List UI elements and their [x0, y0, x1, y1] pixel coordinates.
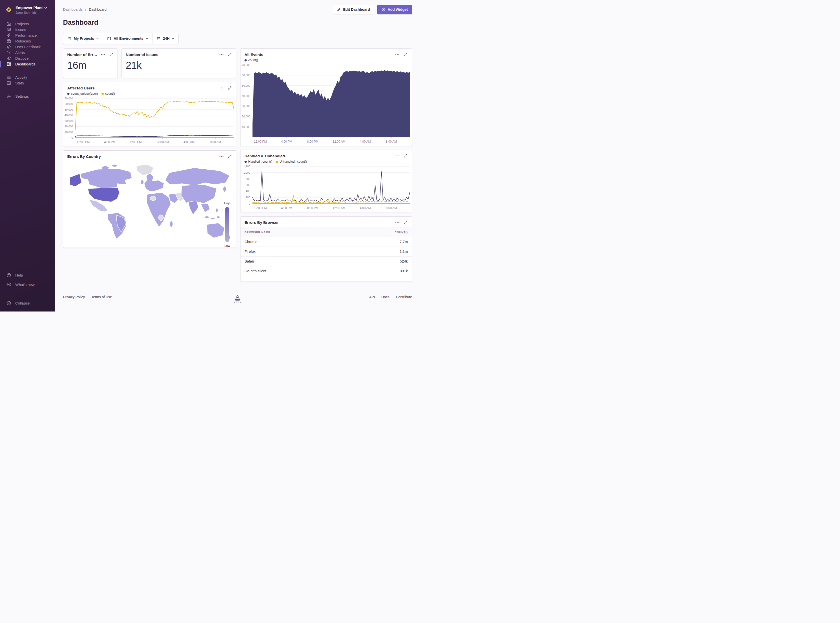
sidebar-item-label: Collapse [15, 301, 30, 305]
map-legend-low-label: Low [225, 244, 230, 247]
chevron-down-icon [44, 7, 47, 9]
svg-text:20,000: 20,000 [65, 125, 73, 128]
sidebar-item-label: Projects [15, 22, 29, 26]
sidebar-item-releases[interactable]: Releases [0, 38, 55, 44]
terms-of-use-link[interactable]: Terms of Use [91, 295, 112, 299]
edit-dashboard-button[interactable]: Edit Dashboard [333, 5, 374, 14]
svg-text:8:00 AM: 8:00 AM [386, 140, 397, 143]
legend-dot [245, 59, 247, 61]
widget-menu-button[interactable] [395, 54, 400, 55]
sidebar-collapse-button[interactable]: Collapse [0, 300, 55, 306]
chart-legend: count() [240, 57, 412, 62]
expand-widget-button[interactable] [403, 52, 408, 57]
svg-text:4:00 AM: 4:00 AM [360, 206, 371, 210]
all-events-chart: 010,00020,00030,00040,00050,00060,00070,… [240, 63, 412, 144]
expand-widget-button[interactable] [228, 154, 232, 159]
sidebar-item-alerts[interactable]: Alerts [0, 50, 55, 55]
widget-big-number: 16m [63, 57, 117, 71]
sidebar-item-performance[interactable]: Performance [0, 32, 55, 38]
ellipsis-icon [101, 54, 105, 55]
map-region-arctic-islands [112, 164, 117, 167]
widget-menu-button[interactable] [219, 155, 224, 157]
footer-links-right: API Docs Contribute [369, 295, 412, 299]
table-row[interactable]: Chrome7.7m [240, 237, 412, 247]
widget-menu-button[interactable] [100, 54, 106, 55]
expand-icon [228, 86, 231, 90]
sidebar-item-dashboards[interactable]: Dashboards [0, 61, 55, 67]
svg-text:10,000: 10,000 [242, 126, 250, 128]
sidebar-item-projects[interactable]: Projects [0, 21, 55, 27]
svg-text:10,000: 10,000 [65, 130, 73, 134]
table-column-header[interactable]: BROWSER.NAME [240, 228, 346, 237]
widget-menu-button[interactable] [219, 54, 224, 55]
breadcrumb-separator-icon: › [85, 8, 86, 12]
widget-title: Errors By Country [67, 154, 101, 159]
legend-label: Handled : count() [248, 160, 272, 163]
widget-affected-users: Affected Users count_unique(user) count(… [63, 82, 236, 146]
svg-text:40,000: 40,000 [65, 114, 73, 117]
discover-icon [6, 56, 11, 61]
sidebar-item-activity[interactable]: Activity [0, 74, 55, 80]
widget-menu-button[interactable] [219, 87, 224, 89]
sidebar-item-settings[interactable]: Settings [0, 94, 55, 99]
sidebar-item-issues[interactable]: Issues [0, 27, 55, 32]
grid-column-right: All Events count() 010,00020,00030,00040… [240, 49, 412, 282]
activity-icon [6, 75, 11, 80]
sidebar-item-whats-new[interactable]: What's new [0, 282, 55, 287]
expand-widget-button[interactable] [228, 52, 232, 57]
project-filter[interactable]: My Projects [63, 33, 103, 44]
svg-text:0: 0 [249, 136, 250, 139]
svg-text:8:00 PM: 8:00 PM [307, 206, 318, 210]
svg-text:4:00 AM: 4:00 AM [360, 140, 371, 143]
sidebar-item-label: Stats [15, 81, 24, 85]
ellipsis-icon [395, 222, 399, 223]
svg-text:20,000: 20,000 [242, 115, 250, 118]
org-meta: Empower Plant Jane Schmidt [15, 6, 47, 14]
widget-title: Number of Issues [126, 52, 158, 57]
map-region-europe [144, 173, 164, 192]
table-column-header[interactable]: COUNT() [346, 228, 412, 237]
table-row[interactable]: Firefox1.1m [240, 247, 412, 256]
chart-legend: Handled : count() Unhandled : count() [240, 159, 412, 163]
sidebar-item-discover[interactable]: Discover [0, 55, 55, 61]
chevron-down-icon [96, 38, 99, 39]
project-filter-value: My Projects [74, 37, 94, 40]
widget-menu-button[interactable] [395, 221, 400, 223]
docs-link[interactable]: Docs [382, 295, 389, 299]
table-row[interactable]: Safari524k [240, 256, 412, 266]
map-region-madagascar [170, 221, 173, 227]
breadcrumb: Dashboards › Dashboard [63, 8, 106, 12]
add-widget-button[interactable]: Add Widget [377, 5, 412, 14]
expand-widget-button[interactable] [403, 153, 408, 158]
privacy-policy-link[interactable]: Privacy Policy [63, 295, 85, 299]
contribute-link[interactable]: Contribute [396, 295, 412, 299]
sidebar-item-help[interactable]: Help [0, 272, 55, 278]
plus-circle-icon [382, 8, 386, 11]
expand-widget-button[interactable] [109, 52, 114, 57]
sentry-logo-icon [233, 294, 242, 305]
top-bar: Dashboards › Dashboard Edit Dashboard Ad… [63, 5, 412, 14]
dashboard-grid: Number of Err… 16m Number of Issues [63, 49, 412, 282]
environment-filter[interactable]: All Environments [103, 33, 152, 44]
browser-name-cell: Chrome [240, 237, 346, 247]
breadcrumb-dashboards-link[interactable]: Dashboards [63, 8, 83, 11]
sidebar-nav: Projects Issues Performance Releases Use… [0, 21, 55, 99]
expand-widget-button[interactable] [403, 220, 408, 224]
expand-widget-button[interactable] [228, 86, 232, 90]
map-region-united-kingdom [141, 180, 144, 184]
sidebar-item-user-feedback[interactable]: User Feedback [0, 44, 55, 50]
svg-text:1,200: 1,200 [243, 165, 250, 168]
count-cell: 524k [346, 256, 412, 266]
sidebar-item-stats[interactable]: Stats [0, 80, 55, 86]
org-switcher[interactable]: Empower Plant Jane Schmidt [0, 5, 55, 14]
svg-text:200: 200 [246, 196, 250, 199]
widget-menu-button[interactable] [395, 155, 400, 157]
projects-filter-icon [67, 37, 71, 41]
legend-label: count_unique(user) [71, 92, 98, 95]
count-cell: 7.7m [346, 237, 412, 247]
date-range-filter[interactable]: 24H [152, 33, 178, 44]
api-link[interactable]: API [369, 295, 375, 299]
table-row[interactable]: Go-http-client331k [240, 266, 412, 276]
svg-text:50,000: 50,000 [242, 84, 250, 87]
user-feedback-icon [6, 44, 11, 49]
